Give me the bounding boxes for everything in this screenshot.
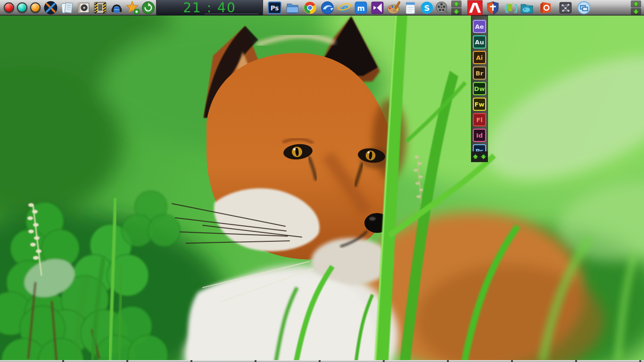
fox-wallpaper-image	[0, 16, 644, 362]
svg-text:m: m	[357, 4, 364, 13]
svg-text:}: }	[513, 3, 517, 14]
hidden-bottom-dock[interactable]	[0, 360, 644, 362]
dropdown-item-fireworks[interactable]: Fw	[473, 98, 486, 111]
svg-text:Ps: Ps	[271, 5, 279, 12]
dropdown-scroll-bar	[471, 151, 487, 162]
after-effects-label: Ae	[475, 23, 484, 30]
clock: 21 : 40	[183, 1, 236, 15]
browser-swirl-icon[interactable]	[320, 0, 335, 15]
scroll-up-right-button[interactable]	[631, 0, 641, 8]
photoshop-icon[interactable]: Ps	[267, 0, 282, 15]
scroll-down-button[interactable]	[451, 8, 462, 15]
dropdown-item-audition[interactable]: Au	[473, 35, 486, 49]
traffic-light-teal-button[interactable]	[17, 2, 27, 13]
adobe-dropdown-menu: Ae Au Ai Br Dw Fw Fl Id Ps	[471, 16, 488, 162]
dropdown-item-bridge[interactable]: Br	[473, 66, 486, 80]
fireworks-label: Fw	[475, 101, 485, 108]
internet-explorer-icon[interactable]: e	[337, 0, 352, 15]
dock-icon-ticks	[0, 360, 644, 362]
paint-palette-icon[interactable]	[387, 0, 401, 15]
adobe-suite-icon[interactable]	[467, 0, 483, 16]
illustrator-label: Ai	[476, 54, 483, 61]
traffic-light-red-button[interactable]	[4, 2, 14, 13]
notepad-icon[interactable]	[403, 0, 418, 15]
file-manager-fish-icon[interactable]	[520, 0, 534, 15]
dropdown-item-dreamweaver[interactable]: Dw	[473, 82, 486, 95]
bridge-label: Br	[476, 70, 483, 77]
maxthon-icon[interactable]: m	[354, 0, 368, 15]
wallpaper	[0, 16, 644, 362]
update-refresh-icon[interactable]	[141, 0, 156, 15]
visual-studio-icon[interactable]	[370, 0, 385, 15]
scroll-down-right-button[interactable]	[631, 8, 641, 15]
desktop: 21 : 40 Ps e m	[0, 0, 644, 362]
clock-panel: 21 : 40	[156, 0, 263, 16]
package-disc-icon[interactable]	[76, 0, 91, 15]
network-tools-icon[interactable]	[558, 0, 573, 15]
x11-globe-icon[interactable]	[43, 0, 58, 15]
flash-label: Fl	[476, 116, 482, 123]
chrome-icon[interactable]	[303, 0, 317, 15]
svg-text:S: S	[424, 4, 430, 13]
workspaces-icon[interactable]	[577, 0, 591, 15]
removable-drive-icon[interactable]	[93, 0, 107, 15]
dropdown-item-indesign[interactable]: Id	[473, 129, 486, 142]
scroll-up-button[interactable]	[451, 0, 462, 8]
documents-icon[interactable]	[60, 0, 74, 15]
skype-icon[interactable]: S	[420, 0, 434, 15]
favorites-add-icon[interactable]	[125, 0, 140, 15]
scroll-up-down-right	[631, 0, 641, 15]
audition-label: Au	[475, 39, 484, 46]
folder-icon[interactable]	[285, 0, 300, 15]
dropdown-scroll-down-icon[interactable]	[479, 153, 487, 160]
office-icon[interactable]	[538, 0, 553, 15]
taskbar: 21 : 40 Ps e m	[0, 0, 644, 16]
dropdown-item-after-effects[interactable]: Ae	[473, 20, 486, 33]
indesign-label: Id	[476, 132, 483, 139]
traffic-light-orange-button[interactable]	[30, 2, 41, 13]
dropdown-item-illustrator[interactable]: Ai	[473, 51, 486, 64]
dreamweaver-label: Dw	[474, 85, 485, 92]
headphones-globe-icon[interactable]	[109, 0, 124, 15]
android-sdk-icon[interactable]: { }	[503, 0, 517, 15]
dropdown-item-flash[interactable]: Fl	[473, 113, 486, 126]
scroll-up-down-mini	[451, 0, 462, 15]
media-reel-icon[interactable]	[435, 0, 450, 15]
dropdown-scroll-up-icon[interactable]	[471, 153, 479, 160]
antivirus-shield-icon[interactable]	[486, 0, 500, 15]
